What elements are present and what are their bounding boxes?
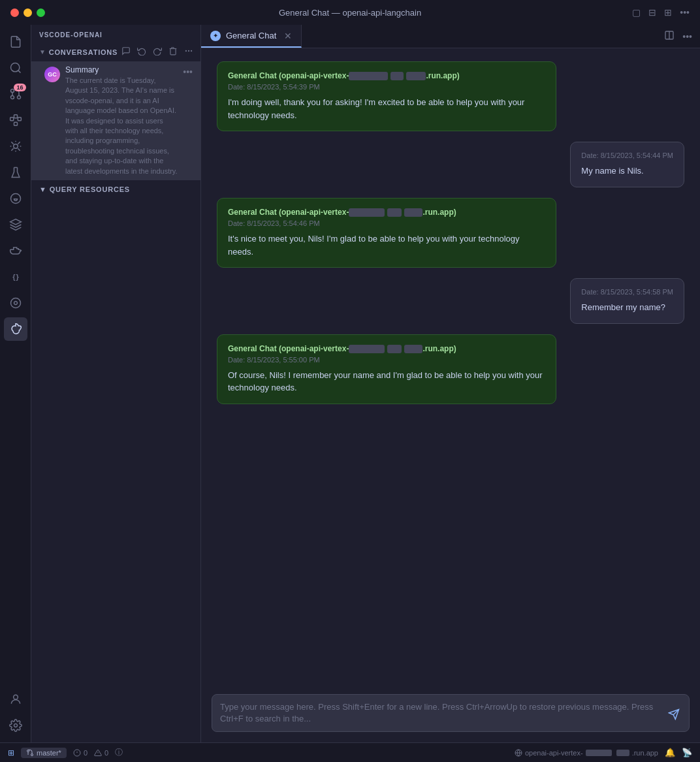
url-redacted-1	[586, 750, 612, 756]
tab-general-chat[interactable]: ✦ General Chat ✕	[201, 25, 302, 48]
query-resources-label: QUERY RESOURCES	[50, 185, 130, 193]
svg-point-18	[186, 50, 187, 51]
message-date-2: Date: 8/15/2023, 5:54:44 PM	[581, 151, 673, 159]
activity-account[interactable]	[4, 688, 27, 711]
conversations-toolbar	[120, 45, 195, 59]
maximize-button[interactable]	[37, 8, 45, 17]
message-text-3: It's nice to meet you, Nils! I'm glad to…	[228, 232, 545, 258]
chat-input[interactable]	[220, 701, 661, 725]
broadcast-icon[interactable]: 📡	[682, 748, 692, 757]
svg-point-12	[10, 298, 20, 308]
source-control-badge: 16	[14, 84, 25, 91]
message-header-5: General Chat (openai-api-vertex-.run.app…	[228, 344, 545, 353]
activity-debug[interactable]	[4, 135, 27, 158]
tab-openai-icon: ✦	[210, 31, 221, 41]
message-bubble-3: General Chat (openai-api-vertex-.run.app…	[217, 198, 556, 268]
svg-point-13	[14, 302, 17, 305]
message-bubble-5: General Chat (openai-api-vertex-.run.app…	[217, 334, 556, 404]
conversation-preview: The current date is Tuesday, August 15, …	[65, 76, 178, 176]
remote-icon[interactable]: ⊞	[8, 748, 14, 757]
message-text-5: Of course, Nils! I remember your name an…	[228, 369, 545, 394]
status-bar-left: ⊞ master* 0 0 ⓘ	[8, 747, 123, 758]
svg-point-23	[31, 754, 33, 755]
branch-name: master*	[37, 749, 61, 757]
activity-source-control[interactable]: 16	[4, 82, 27, 106]
query-resources-section-header: ▼ QUERY RESOURCES	[31, 180, 200, 196]
panel-toggle-icon[interactable]: ⊟	[648, 7, 656, 18]
message-date-1: Date: 8/15/2023, 5:54:39 PM	[228, 83, 545, 91]
activity-search[interactable]	[4, 56, 27, 80]
tab-close-button[interactable]: ✕	[284, 31, 292, 41]
error-count: 0	[84, 749, 88, 757]
activity-flask[interactable]	[4, 161, 27, 184]
conversations-section-header: ▼ CONVERSATIONS	[31, 42, 200, 61]
svg-line-1	[18, 71, 20, 73]
activity-files[interactable]	[4, 30, 27, 54]
conversations-more-icon[interactable]	[183, 45, 195, 59]
input-area	[201, 686, 700, 742]
window-title: General Chat — openai-api-langchain	[279, 8, 421, 18]
minimize-button[interactable]	[24, 8, 32, 17]
activity-docker[interactable]	[4, 239, 27, 262]
message-header-3: General Chat (openai-api-vertex-.run.app…	[228, 208, 545, 217]
chat-area[interactable]: General Chat (openai-api-vertex-.run.app…	[201, 48, 700, 686]
svg-point-3	[10, 89, 14, 93]
warnings-indicator[interactable]: 0	[94, 749, 108, 757]
activity-openai[interactable]	[4, 317, 27, 341]
svg-point-4	[10, 96, 14, 99]
conversation-summary[interactable]: GC Summary The current date is Tuesday, …	[31, 61, 200, 180]
layout-icon[interactable]: ⊞	[664, 7, 672, 18]
split-editor-icon[interactable]	[664, 30, 675, 42]
errors-indicator[interactable]: 0	[73, 749, 88, 757]
traffic-lights	[10, 8, 45, 17]
message-header-1: General Chat (openai-api-vertex-.run.app…	[228, 71, 545, 80]
svg-rect-8	[14, 115, 17, 118]
svg-point-16	[189, 50, 189, 51]
activity-gitlens[interactable]	[4, 213, 27, 236]
activity-git[interactable]	[4, 187, 27, 210]
warning-count: 0	[104, 749, 108, 757]
conversations-delete-icon[interactable]	[167, 45, 179, 59]
message-row-2: Date: 8/15/2023, 5:54:44 PM My name is N…	[217, 142, 684, 187]
query-resources-chevron[interactable]: ▼	[39, 185, 47, 193]
conversations-rotate-icon[interactable]	[151, 45, 163, 59]
message-bubble-1: General Chat (openai-api-vertex-.run.app…	[217, 61, 556, 131]
chat-input-container	[212, 694, 690, 732]
conversations-refresh-icon[interactable]	[136, 45, 148, 59]
activity-circle[interactable]	[4, 291, 27, 315]
activity-settings[interactable]	[4, 714, 27, 737]
remote-url-indicator[interactable]: openai-api-vertex- .run.app	[515, 749, 658, 757]
activity-bar-bottom	[4, 688, 27, 737]
message-bubble-4: Date: 8/15/2023, 5:54:58 PM Remember my …	[570, 278, 684, 324]
message-text-1: I'm doing well, thank you for asking! I'…	[228, 96, 545, 121]
message-text-4: Remember my name?	[581, 301, 673, 314]
url-redacted-2	[616, 750, 629, 756]
conversations-chevron[interactable]: ▼	[39, 48, 46, 56]
message-row-4: Date: 8/15/2023, 5:54:58 PM Remember my …	[217, 278, 684, 324]
message-bubble-2: Date: 8/15/2023, 5:54:44 PM My name is N…	[570, 142, 684, 187]
more-actions-icon[interactable]: •••	[680, 7, 690, 18]
activity-json[interactable]: { }	[4, 265, 27, 289]
conversation-name: Summary	[65, 65, 178, 74]
message-row-5: General Chat (openai-api-vertex-.run.app…	[217, 334, 684, 404]
close-button[interactable]	[10, 8, 19, 17]
message-date-4: Date: 8/15/2023, 5:54:58 PM	[581, 288, 673, 296]
svg-rect-6	[10, 118, 13, 121]
tab-bar: ✦ General Chat ✕ •••	[201, 25, 700, 48]
svg-rect-9	[14, 122, 17, 125]
title-bar-actions: ▢ ⊟ ⊞ •••	[632, 7, 690, 18]
svg-point-15	[14, 724, 17, 727]
svg-point-11	[10, 194, 20, 204]
send-button[interactable]	[667, 707, 681, 725]
git-branch-indicator[interactable]: master*	[21, 748, 67, 758]
main-content: ✦ General Chat ✕ ••• General Chat (open	[201, 25, 700, 742]
conversation-more-button[interactable]: •••	[183, 67, 193, 77]
new-chat-icon[interactable]	[120, 45, 132, 59]
more-editor-actions-icon[interactable]: •••	[682, 31, 692, 42]
svg-point-14	[13, 695, 18, 699]
notifications-bell-icon[interactable]: 🔔	[665, 748, 675, 757]
sidebar-toggle-icon[interactable]: ▢	[632, 7, 641, 18]
svg-rect-7	[18, 118, 21, 121]
svg-point-17	[191, 50, 192, 51]
activity-extensions[interactable]	[4, 108, 27, 132]
